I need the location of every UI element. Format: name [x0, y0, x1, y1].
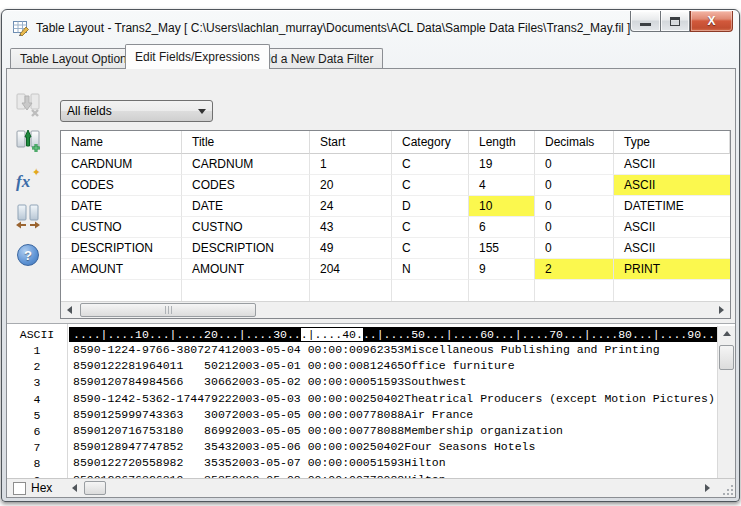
cell-length-highlighted: 10	[469, 196, 535, 217]
cell-type: ASCII	[614, 238, 730, 259]
record-number: 5	[7, 408, 67, 424]
hscroll-thumb[interactable]	[84, 481, 106, 495]
fields-table: Name Title Start Category Length Decimal…	[60, 130, 731, 319]
col-header-category[interactable]: Category	[392, 131, 469, 154]
delete-field-button[interactable]	[14, 91, 42, 119]
tab-strip: Table Layout Options Add a New Data Filt…	[6, 44, 735, 69]
maximize-button[interactable]	[660, 11, 690, 32]
record-row[interactable]: 8590122720558982 35352003-05-07 00:00:00…	[69, 455, 717, 471]
record-row[interactable]: 8590128947747852 35432003-05-06 00:00:00…	[69, 439, 717, 455]
record-row[interactable]: 8590-1242-5362-174479222003-05-03 00:00:…	[69, 391, 717, 407]
cell-decimals: 0	[535, 196, 614, 217]
record-number: 2	[7, 359, 67, 375]
hscroll-thumb[interactable]	[80, 303, 256, 317]
cell-type: ASCII	[614, 154, 730, 175]
field-row-custno[interactable]: CUSTNO CUSTNO 43 C 6 0 ASCII	[61, 217, 730, 238]
scroll-left-arrow[interactable]	[67, 480, 82, 496]
vscroll-thumb[interactable]	[719, 345, 734, 370]
shift-columns-icon	[15, 203, 41, 229]
fields-table-hscrollbar[interactable]	[61, 301, 730, 318]
cell-name: AMOUNT	[61, 259, 182, 280]
field-row-amount[interactable]: AMOUNT AMOUNT 204 N 9 2 PRINT	[61, 259, 730, 280]
window-title: Table Layout - Trans2_May [ C:\Users\lac…	[36, 21, 630, 35]
scroll-right-arrow[interactable]	[700, 480, 715, 496]
cell-name: CUSTNO	[61, 217, 182, 238]
cell-start: 49	[310, 238, 392, 259]
hex-checkbox[interactable]	[13, 482, 26, 495]
data-hscrollbar[interactable]	[67, 480, 715, 497]
field-row-date[interactable]: DATE DATE 24 D 10 0 DATETIME	[61, 196, 730, 217]
ruler-segment: ..|....50...|....60...|....70...|....80.…	[363, 328, 715, 341]
record-row[interactable]: 8590125999743363 30072003-05-05 00:00:00…	[69, 407, 717, 423]
cell-category: C	[392, 175, 469, 196]
add-field-icon	[15, 127, 41, 153]
record-number: 8	[7, 456, 67, 472]
col-header-type[interactable]: Type	[614, 131, 730, 154]
tab-edit-fields-expressions[interactable]: Edit Fields/Expressions	[125, 44, 270, 69]
cell-title: AMOUNT	[182, 259, 310, 280]
tab-table-layout-options[interactable]: Table Layout Options	[10, 48, 143, 69]
record-number: 7	[7, 440, 67, 456]
scroll-right-arrow[interactable]	[713, 302, 730, 318]
cell-type-highlighted: PRINT	[614, 259, 730, 280]
record-number: 4	[7, 392, 67, 408]
close-button[interactable]: X	[690, 11, 733, 32]
hex-bar: Hex	[7, 478, 735, 497]
scroll-left-arrow[interactable]	[61, 302, 78, 318]
scroll-up-arrow[interactable]	[719, 326, 735, 341]
star-glyph: ✦	[32, 166, 41, 179]
cell-type-highlighted: ASCII	[614, 175, 730, 196]
record-row[interactable]: 8590122281964011 50212003-05-01 00:00:00…	[69, 358, 717, 374]
cell-start: 1	[310, 154, 392, 175]
cell-start: 20	[310, 175, 392, 196]
record-row[interactable]: 8590120784984566 30662003-05-02 00:00:00…	[69, 374, 717, 390]
record-row[interactable]: 8590120716753180 86992003-05-05 00:00:00…	[69, 423, 717, 439]
record-data-view: ASCII 1 2 3 4 5 6 7 8 9 10 ....|....10..…	[7, 323, 735, 491]
field-row-description[interactable]: DESCRIPTION DESCRIPTION 49 C 155 0 ASCII	[61, 238, 730, 259]
cell-category: C	[392, 154, 469, 175]
minimize-icon	[640, 23, 651, 26]
col-header-title[interactable]: Title	[182, 131, 310, 154]
cell-decimals-highlighted: 2	[535, 259, 614, 280]
titlebar[interactable]: Table Layout - Trans2_May [ C:\Users\lac…	[2, 10, 739, 45]
ruler-segment: ....|....10...|....20...|....30..	[73, 328, 301, 341]
table-layout-window: Table Layout - Trans2_May [ C:\Users\lac…	[1, 9, 740, 502]
help-icon: ?	[17, 244, 39, 266]
record-number: 1	[7, 343, 67, 359]
ruler-selected-range: .|....40.	[301, 328, 363, 341]
add-field-button[interactable]	[14, 126, 42, 154]
cell-decimals: 0	[535, 238, 614, 259]
cell-name: DESCRIPTION	[61, 238, 182, 259]
col-header-start[interactable]: Start	[310, 131, 392, 154]
cell-category: C	[392, 238, 469, 259]
resize-grip[interactable]	[720, 482, 733, 495]
cell-decimals: 0	[535, 175, 614, 196]
cell-start: 24	[310, 196, 392, 217]
record-number: 3	[7, 375, 67, 391]
cell-category: C	[392, 217, 469, 238]
minimize-button[interactable]	[630, 11, 660, 32]
record-data-body: ....|....10...|....20...|....30...|....4…	[69, 324, 717, 491]
fx-expression-icon: fx ✦	[15, 169, 41, 193]
data-vscrollbar[interactable]	[717, 326, 735, 489]
shift-columns-button[interactable]	[14, 202, 42, 230]
field-filter-dropdown[interactable]: All fields	[60, 100, 213, 122]
field-row-cardnum[interactable]: CARDNUM CARDNUM 1 C 19 0 ASCII	[61, 154, 730, 175]
add-expression-button[interactable]: fx ✦	[14, 167, 42, 195]
col-header-decimals[interactable]: Decimals	[535, 131, 614, 154]
cell-category: D	[392, 196, 469, 217]
thumb-grip	[81, 304, 255, 316]
cell-type: DATETIME	[614, 196, 730, 217]
col-header-name[interactable]: Name	[61, 131, 182, 154]
left-triangle-icon	[67, 306, 72, 314]
cell-start: 43	[310, 217, 392, 238]
edit-fields-tab-page: fx ✦ ? All fields Name	[6, 68, 736, 498]
col-header-length[interactable]: Length	[469, 131, 535, 154]
cell-title: CUSTNO	[182, 217, 310, 238]
up-triangle-icon	[723, 331, 731, 336]
help-button[interactable]: ?	[14, 241, 42, 269]
cell-name: CODES	[61, 175, 182, 196]
field-row-codes[interactable]: CODES CODES 20 C 4 0 ASCII	[61, 175, 730, 196]
record-row[interactable]: 8590-1224-9766-380727412003-05-04 00:00:…	[69, 342, 717, 358]
hex-checkbox-label: Hex	[31, 481, 52, 495]
